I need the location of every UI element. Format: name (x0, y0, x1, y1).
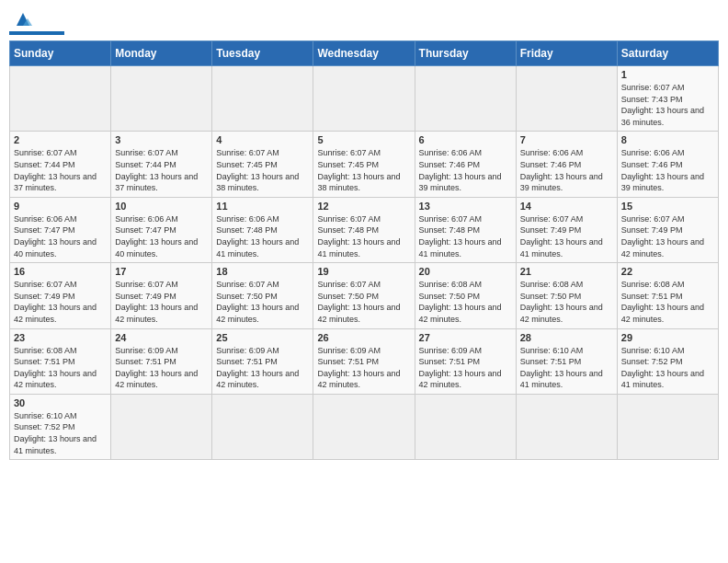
day-number: 22 (621, 266, 714, 277)
calendar-cell: 12Sunrise: 6:07 AM Sunset: 7:48 PM Dayli… (313, 197, 415, 262)
day-number: 4 (216, 134, 309, 145)
calendar-cell: 18Sunrise: 6:07 AM Sunset: 7:50 PM Dayli… (212, 263, 313, 328)
cell-info: Sunrise: 6:10 AM Sunset: 7:52 PM Dayligh… (14, 410, 107, 456)
day-number: 26 (317, 332, 410, 343)
calendar-cell: 20Sunrise: 6:08 AM Sunset: 7:50 PM Dayli… (415, 263, 516, 328)
day-number: 19 (317, 266, 410, 277)
cell-info: Sunrise: 6:07 AM Sunset: 7:45 PM Dayligh… (216, 147, 309, 193)
calendar-cell: 26Sunrise: 6:09 AM Sunset: 7:51 PM Dayli… (313, 328, 415, 394)
calendar-cell: 24Sunrise: 6:09 AM Sunset: 7:51 PM Dayli… (111, 328, 212, 394)
logo (9, 9, 64, 35)
day-number: 20 (419, 266, 512, 277)
day-number: 11 (216, 201, 309, 212)
calendar-cell: 22Sunrise: 6:08 AM Sunset: 7:51 PM Dayli… (617, 263, 718, 328)
calendar-cell: 1Sunrise: 6:07 AM Sunset: 7:43 PM Daylig… (617, 66, 718, 132)
calendar-cell: 6Sunrise: 6:06 AM Sunset: 7:46 PM Daylig… (415, 132, 516, 197)
calendar-week-row: 9Sunrise: 6:06 AM Sunset: 7:47 PM Daylig… (10, 197, 719, 262)
weekday-header-monday: Monday (111, 41, 212, 66)
calendar-cell (212, 394, 313, 459)
calendar-cell: 10Sunrise: 6:06 AM Sunset: 7:47 PM Dayli… (111, 197, 212, 262)
cell-info: Sunrise: 6:07 AM Sunset: 7:49 PM Dayligh… (14, 279, 107, 325)
calendar-cell (10, 66, 111, 132)
weekday-header-row: SundayMondayTuesdayWednesdayThursdayFrid… (10, 41, 719, 66)
logo-divider (9, 31, 64, 35)
weekday-header-friday: Friday (516, 41, 617, 66)
calendar-cell: 9Sunrise: 6:06 AM Sunset: 7:47 PM Daylig… (10, 197, 111, 262)
weekday-header-wednesday: Wednesday (313, 41, 415, 66)
calendar-cell: 14Sunrise: 6:07 AM Sunset: 7:49 PM Dayli… (516, 197, 617, 262)
calendar-cell: 7Sunrise: 6:06 AM Sunset: 7:46 PM Daylig… (516, 132, 617, 197)
day-number: 23 (14, 332, 107, 343)
day-number: 7 (520, 134, 613, 145)
cell-info: Sunrise: 6:06 AM Sunset: 7:48 PM Dayligh… (216, 213, 309, 259)
calendar-week-row: 23Sunrise: 6:08 AM Sunset: 7:51 PM Dayli… (10, 328, 719, 394)
cell-info: Sunrise: 6:06 AM Sunset: 7:46 PM Dayligh… (520, 147, 613, 193)
weekday-header-tuesday: Tuesday (212, 41, 313, 66)
cell-info: Sunrise: 6:09 AM Sunset: 7:51 PM Dayligh… (317, 345, 410, 391)
weekday-header-thursday: Thursday (415, 41, 516, 66)
day-number: 2 (14, 134, 107, 145)
cell-info: Sunrise: 6:10 AM Sunset: 7:52 PM Dayligh… (621, 345, 714, 391)
calendar-cell: 29Sunrise: 6:10 AM Sunset: 7:52 PM Dayli… (617, 328, 718, 394)
calendar-table: SundayMondayTuesdayWednesdayThursdayFrid… (9, 40, 719, 460)
cell-info: Sunrise: 6:06 AM Sunset: 7:47 PM Dayligh… (14, 213, 107, 259)
calendar-cell: 2Sunrise: 6:07 AM Sunset: 7:44 PM Daylig… (10, 132, 111, 197)
calendar-cell: 15Sunrise: 6:07 AM Sunset: 7:49 PM Dayli… (617, 197, 718, 262)
calendar-cell (111, 394, 212, 459)
weekday-header-saturday: Saturday (617, 41, 718, 66)
day-number: 12 (317, 201, 410, 212)
cell-info: Sunrise: 6:08 AM Sunset: 7:50 PM Dayligh… (520, 279, 613, 325)
calendar-cell (111, 66, 212, 132)
calendar-cell (212, 66, 313, 132)
cell-info: Sunrise: 6:06 AM Sunset: 7:47 PM Dayligh… (115, 213, 208, 259)
calendar-cell (516, 394, 617, 459)
calendar-cell: 27Sunrise: 6:09 AM Sunset: 7:51 PM Dayli… (415, 328, 516, 394)
day-number: 30 (14, 397, 107, 408)
calendar-week-row: 1Sunrise: 6:07 AM Sunset: 7:43 PM Daylig… (10, 66, 719, 132)
cell-info: Sunrise: 6:07 AM Sunset: 7:43 PM Dayligh… (621, 82, 714, 128)
calendar-cell: 21Sunrise: 6:08 AM Sunset: 7:50 PM Dayli… (516, 263, 617, 328)
day-number: 9 (14, 201, 107, 212)
calendar-cell: 19Sunrise: 6:07 AM Sunset: 7:50 PM Dayli… (313, 263, 415, 328)
page-header (9, 9, 719, 35)
day-number: 29 (621, 332, 714, 343)
day-number: 17 (115, 266, 208, 277)
day-number: 13 (419, 201, 512, 212)
cell-info: Sunrise: 6:07 AM Sunset: 7:48 PM Dayligh… (419, 213, 512, 259)
calendar-cell (313, 394, 415, 459)
day-number: 15 (621, 201, 714, 212)
calendar-cell: 4Sunrise: 6:07 AM Sunset: 7:45 PM Daylig… (212, 132, 313, 197)
cell-info: Sunrise: 6:08 AM Sunset: 7:50 PM Dayligh… (419, 279, 512, 325)
calendar-cell: 3Sunrise: 6:07 AM Sunset: 7:44 PM Daylig… (111, 132, 212, 197)
cell-info: Sunrise: 6:09 AM Sunset: 7:51 PM Dayligh… (419, 345, 512, 391)
cell-info: Sunrise: 6:07 AM Sunset: 7:50 PM Dayligh… (317, 279, 410, 325)
day-number: 8 (621, 134, 714, 145)
day-number: 21 (520, 266, 613, 277)
cell-info: Sunrise: 6:07 AM Sunset: 7:50 PM Dayligh… (216, 279, 309, 325)
cell-info: Sunrise: 6:08 AM Sunset: 7:51 PM Dayligh… (621, 279, 714, 325)
calendar-cell: 17Sunrise: 6:07 AM Sunset: 7:49 PM Dayli… (111, 263, 212, 328)
calendar-week-row: 16Sunrise: 6:07 AM Sunset: 7:49 PM Dayli… (10, 263, 719, 328)
weekday-header-sunday: Sunday (10, 41, 111, 66)
day-number: 10 (115, 201, 208, 212)
calendar-cell (617, 394, 718, 459)
cell-info: Sunrise: 6:07 AM Sunset: 7:49 PM Dayligh… (520, 213, 613, 259)
day-number: 28 (520, 332, 613, 343)
calendar-cell (313, 66, 415, 132)
calendar-cell: 8Sunrise: 6:06 AM Sunset: 7:46 PM Daylig… (617, 132, 718, 197)
cell-info: Sunrise: 6:07 AM Sunset: 7:44 PM Dayligh… (115, 147, 208, 193)
calendar-week-row: 30Sunrise: 6:10 AM Sunset: 7:52 PM Dayli… (10, 394, 719, 459)
day-number: 16 (14, 266, 107, 277)
calendar-cell: 11Sunrise: 6:06 AM Sunset: 7:48 PM Dayli… (212, 197, 313, 262)
calendar-cell: 16Sunrise: 6:07 AM Sunset: 7:49 PM Dayli… (10, 263, 111, 328)
cell-info: Sunrise: 6:07 AM Sunset: 7:45 PM Dayligh… (317, 147, 410, 193)
calendar-cell: 23Sunrise: 6:08 AM Sunset: 7:51 PM Dayli… (10, 328, 111, 394)
day-number: 24 (115, 332, 208, 343)
day-number: 6 (419, 134, 512, 145)
cell-info: Sunrise: 6:07 AM Sunset: 7:44 PM Dayligh… (14, 147, 107, 193)
day-number: 14 (520, 201, 613, 212)
cell-info: Sunrise: 6:08 AM Sunset: 7:51 PM Dayligh… (14, 345, 107, 391)
calendar-cell (415, 394, 516, 459)
cell-info: Sunrise: 6:09 AM Sunset: 7:51 PM Dayligh… (115, 345, 208, 391)
day-number: 18 (216, 266, 309, 277)
